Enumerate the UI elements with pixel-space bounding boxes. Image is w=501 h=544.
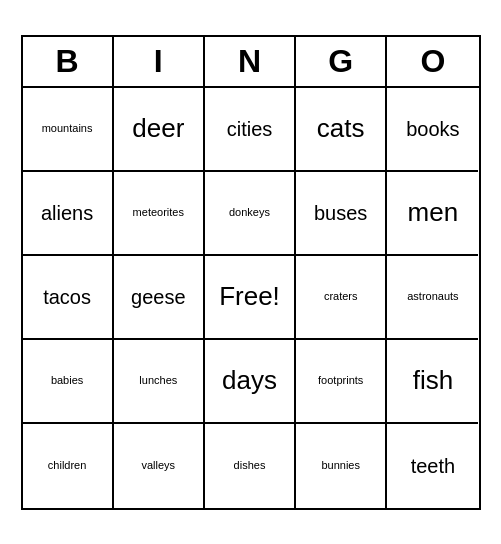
header-letter: G xyxy=(296,37,387,86)
cell-r3-c0: babies xyxy=(23,340,114,424)
header-letter: N xyxy=(205,37,296,86)
bingo-grid: mountainsdeercitiescatsbooksaliensmeteor… xyxy=(23,88,479,508)
cell-text: valleys xyxy=(141,459,175,472)
cell-r2-c0: tacos xyxy=(23,256,114,340)
cell-r4-c4: teeth xyxy=(387,424,478,508)
cell-r0-c4: books xyxy=(387,88,478,172)
cell-text: books xyxy=(406,117,459,141)
cell-r4-c1: valleys xyxy=(114,424,205,508)
cell-r1-c0: aliens xyxy=(23,172,114,256)
header-letter: O xyxy=(387,37,478,86)
cell-r1-c1: meteorites xyxy=(114,172,205,256)
cell-r2-c4: astronauts xyxy=(387,256,478,340)
cell-text: fish xyxy=(413,365,453,396)
cell-text: buses xyxy=(314,201,367,225)
cell-r3-c4: fish xyxy=(387,340,478,424)
cell-text: geese xyxy=(131,285,186,309)
cell-text: teeth xyxy=(411,454,455,478)
header-letter: I xyxy=(114,37,205,86)
cell-r2-c3: craters xyxy=(296,256,387,340)
cell-text: bunnies xyxy=(321,459,360,472)
cell-text: days xyxy=(222,365,277,396)
cell-text: dishes xyxy=(234,459,266,472)
cell-r4-c3: bunnies xyxy=(296,424,387,508)
cell-text: meteorites xyxy=(133,206,184,219)
cell-text: cities xyxy=(227,117,273,141)
cell-r0-c2: cities xyxy=(205,88,296,172)
cell-r0-c0: mountains xyxy=(23,88,114,172)
bingo-card: BINGO mountainsdeercitiescatsbooksaliens… xyxy=(21,35,481,510)
cell-r2-c1: geese xyxy=(114,256,205,340)
cell-text: lunches xyxy=(139,374,177,387)
cell-text: deer xyxy=(132,113,184,144)
cell-text: footprints xyxy=(318,374,363,387)
cell-r3-c1: lunches xyxy=(114,340,205,424)
cell-r1-c4: men xyxy=(387,172,478,256)
cell-text: craters xyxy=(324,290,358,303)
cell-r3-c3: footprints xyxy=(296,340,387,424)
cell-r0-c1: deer xyxy=(114,88,205,172)
cell-r0-c3: cats xyxy=(296,88,387,172)
cell-text: aliens xyxy=(41,201,93,225)
cell-text: children xyxy=(48,459,87,472)
cell-text: men xyxy=(408,197,459,228)
cell-text: astronauts xyxy=(407,290,458,303)
cell-r3-c2: days xyxy=(205,340,296,424)
cell-text: babies xyxy=(51,374,83,387)
cell-text: tacos xyxy=(43,285,91,309)
cell-r1-c2: donkeys xyxy=(205,172,296,256)
cell-r2-c2: Free! xyxy=(205,256,296,340)
cell-r4-c2: dishes xyxy=(205,424,296,508)
bingo-header: BINGO xyxy=(23,37,479,88)
cell-text: cats xyxy=(317,113,365,144)
header-letter: B xyxy=(23,37,114,86)
cell-text: Free! xyxy=(219,281,280,312)
cell-r1-c3: buses xyxy=(296,172,387,256)
cell-r4-c0: children xyxy=(23,424,114,508)
cell-text: donkeys xyxy=(229,206,270,219)
cell-text: mountains xyxy=(42,122,93,135)
